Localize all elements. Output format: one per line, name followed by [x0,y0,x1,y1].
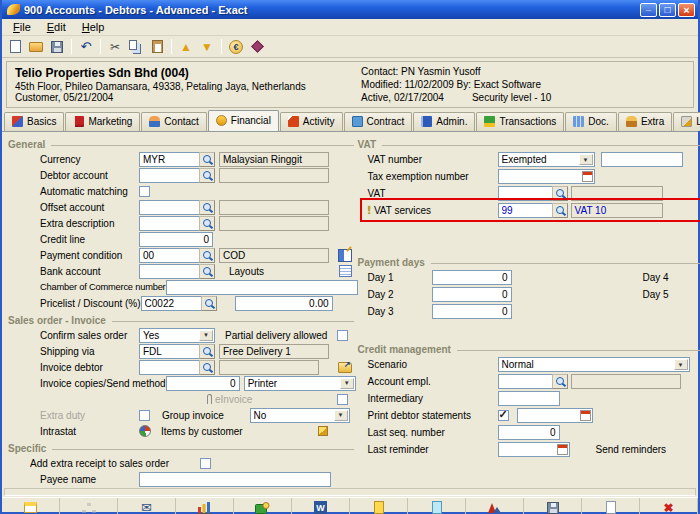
automatic-matching-checkbox[interactable] [139,186,150,197]
scenario-dropdown[interactable]: Normal [498,357,690,372]
euro-icon[interactable] [227,38,245,56]
payee-name-input[interactable] [139,472,331,487]
confirm-sales-order-dropdown[interactable]: Yes [139,328,215,343]
paste-icon[interactable] [148,38,166,56]
offset-account-browse-icon[interactable] [199,200,215,215]
invoice-debtor-open-icon[interactable] [338,362,352,373]
tax-exemption-field[interactable] [498,169,595,184]
bank-account-browse-icon[interactable] [199,264,215,279]
offset-account-input[interactable] [139,200,199,215]
save-button[interactable]: Save [524,498,582,514]
tab-basics[interactable]: Basics [4,112,64,131]
dropdown-arrow-icon[interactable] [579,154,593,165]
day2-input[interactable] [432,287,512,302]
down-arrow-icon[interactable] [198,38,216,56]
maximize-button[interactable] [659,3,676,17]
tab-log[interactable]: Log [673,112,700,131]
tab-contact[interactable]: Contact [141,112,206,131]
last-seq-input[interactable] [498,425,560,440]
extra-receipt-checkbox[interactable] [200,458,211,469]
tab-admin[interactable]: Admin. [413,112,475,131]
tab-activity[interactable]: Activity [280,112,343,131]
einvoice-checkbox[interactable] [337,394,348,405]
print-statements-checkbox[interactable] [498,410,509,421]
vat-input[interactable] [498,186,552,201]
account-empl-input[interactable] [498,374,552,389]
pricelist-input[interactable] [141,296,201,311]
vat-number-input[interactable] [601,152,683,167]
last-reminder-date-field[interactable] [498,442,570,457]
new-order-button[interactable]: New order [408,498,466,514]
tab-transactions[interactable]: Transactions [476,112,564,131]
currency-browse-icon[interactable] [199,152,215,167]
cut-icon[interactable] [106,38,124,56]
shipping-via-browse-icon[interactable] [199,344,215,359]
close-button[interactable] [678,3,695,17]
tab-marketing[interactable]: Marketing [65,112,140,131]
graph-button[interactable]: Graph [176,498,234,514]
simple-button[interactable]: Simple [2,498,60,514]
email-button[interactable]: E-mail [118,498,176,514]
pricelist-browse-icon[interactable] [201,296,217,311]
shipping-via-input[interactable] [139,344,199,359]
activity-button[interactable]: Activity [466,498,524,514]
tab-financial[interactable]: Financial [208,110,279,131]
chamber-of-commerce-input[interactable] [166,280,358,295]
partial-delivery-checkbox[interactable] [337,330,348,341]
debtor-card-button[interactable]: Debtor card [234,498,292,514]
extra-duty-checkbox[interactable] [139,410,150,421]
items-icon[interactable] [318,426,328,436]
vat-services-input[interactable] [498,203,552,218]
dropdown-arrow-icon[interactable] [199,330,213,341]
payment-condition-notes-icon[interactable] [338,249,352,262]
save-icon[interactable] [48,38,66,56]
extra-description-input[interactable] [139,216,199,231]
invoice-debtor-browse-icon[interactable] [199,360,215,375]
discount-input[interactable] [235,296,333,311]
print-statements-date-field[interactable] [517,408,593,423]
calendar-icon[interactable] [582,171,593,182]
process-icon[interactable] [248,38,266,56]
up-arrow-icon[interactable] [177,38,195,56]
calendar-icon[interactable] [557,444,568,455]
payment-condition-browse-icon[interactable] [199,248,215,263]
day3-input[interactable] [432,304,512,319]
minimize-button[interactable] [640,3,657,17]
dropdown-arrow-icon[interactable] [334,410,348,421]
tab-doc[interactable]: Doc. [565,112,617,131]
extra-description-browse-icon[interactable] [199,216,215,231]
open-icon[interactable] [27,38,45,56]
group-invoice-dropdown[interactable]: No [250,408,350,423]
dropdown-arrow-icon[interactable] [340,378,354,389]
new-button[interactable]: New [582,498,640,514]
invoice-copies-input[interactable] [166,376,240,391]
layouts-icon[interactable] [339,265,352,277]
menu-file[interactable]: File [6,20,38,34]
debtor-account-browse-icon[interactable] [199,168,215,183]
invoice-debtor-input[interactable] [139,360,199,375]
vat-number-dropdown[interactable]: Exempted [498,152,595,167]
debtor-account-input[interactable] [139,168,199,183]
menu-edit[interactable]: Edit [40,20,73,34]
close-button-bottom[interactable]: Close [640,498,698,514]
new-icon[interactable] [6,38,24,56]
send-method-dropdown[interactable]: Printer [244,376,356,391]
intermediary-input[interactable] [498,391,560,406]
word-merge-button[interactable]: Word merge [292,498,350,514]
credit-line-input[interactable] [139,232,213,247]
tab-contract[interactable]: Contract [344,112,413,131]
undo-icon[interactable] [77,38,95,56]
bank-account-input[interactable] [139,264,199,279]
payment-condition-input[interactable] [139,248,199,263]
menu-help[interactable]: Help [75,20,112,34]
calendar-icon[interactable] [580,410,591,421]
vat-services-browse-icon[interactable] [552,203,568,218]
vat-browse-icon[interactable] [552,186,568,201]
account-empl-browse-icon[interactable] [552,374,568,389]
currency-input[interactable] [139,152,199,167]
tab-extra[interactable]: Extra [618,112,672,131]
dropdown-arrow-icon[interactable] [674,359,688,370]
copy-icon[interactable] [127,38,145,56]
quotation-button[interactable]: Quotation [350,498,408,514]
day1-input[interactable] [432,270,512,285]
